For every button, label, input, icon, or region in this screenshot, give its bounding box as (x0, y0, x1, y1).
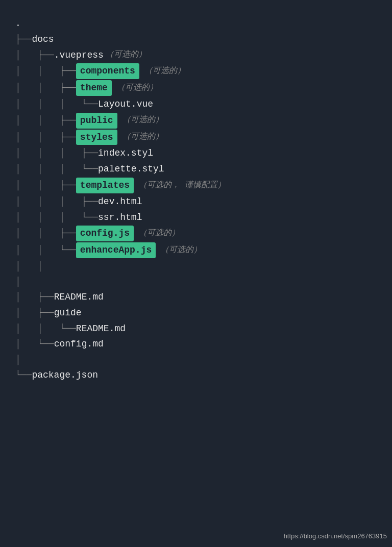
tag-public: public (76, 113, 117, 129)
spacer-3: │ (15, 353, 382, 367)
filename-vuepress: .vuepress (54, 48, 104, 63)
pipe-index-styl: │ │ │ ├── (15, 146, 98, 161)
pipe-docs: ├── (15, 32, 32, 47)
line-guide: │ ├── guide (15, 306, 382, 320)
line-enhance-app-js: │ │ └── enhanceApp.js （可选的） (15, 242, 382, 258)
pipe-spacer-3: │ (15, 353, 21, 367)
tag-enhance-app-js: enhanceApp.js (76, 242, 156, 258)
pipe-guide-readme: │ │ └── (15, 321, 76, 336)
pipe-styles: │ │ ├── (15, 130, 76, 145)
root-dot: . (15, 16, 21, 31)
line-config-js: │ │ ├── config.js （可选的） (15, 226, 382, 241)
line-readme-md: │ ├── README.md (15, 290, 382, 305)
tag-components: components (76, 63, 139, 79)
tag-config-js: config.js (76, 226, 134, 241)
filename-guide: guide (54, 306, 82, 320)
pipe-public: │ │ ├── (15, 113, 76, 128)
optional-config-js: （可选的） (139, 227, 180, 240)
line-ssr-html: │ │ │ └── ssr.html (15, 210, 382, 225)
optional-components: （可选的） (144, 65, 185, 78)
line-package-json: └── package.json (15, 368, 382, 383)
tree-root: . (15, 16, 382, 31)
pipe-dev-html: │ │ │ ├── (15, 194, 98, 209)
pipe-vuepress: │ ├── (15, 48, 54, 63)
tag-templates: templates (76, 178, 134, 193)
pipe-guide: │ ├── (15, 306, 54, 320)
optional-theme: （可选的） (117, 82, 158, 95)
optional-templates: （可选的， 谨慎配置） (139, 179, 226, 192)
pipe-layout-vue: │ │ │ └── (15, 97, 98, 112)
pipe-templates: │ │ ├── (15, 178, 76, 193)
pipe-enhance-app-js: │ │ └── (15, 243, 76, 258)
filename-docs: docs (32, 32, 54, 47)
pipe-config-js: │ │ ├── (15, 226, 76, 241)
file-tree: . ├── docs │ ├── .vuepress （可选的） │ │ ├──… (15, 16, 382, 383)
pipe-spacer-1: │ │ (15, 259, 43, 274)
line-dev-html: │ │ │ ├── dev.html (15, 194, 382, 209)
filename-readme-md: README.md (54, 290, 104, 305)
optional-enhance-app-js: （可选的） (161, 244, 202, 257)
filename-package-json: package.json (32, 368, 98, 383)
line-templates: │ │ ├── templates （可选的， 谨慎配置） (15, 178, 382, 193)
line-config-md: │ └── config.md (15, 337, 382, 352)
spacer-2: │ (15, 275, 382, 289)
filename-palette-styl: palette.styl (98, 162, 164, 177)
pipe-components: │ │ ├── (15, 64, 76, 79)
pipe-spacer-2: │ (15, 275, 21, 289)
line-layout-vue: │ │ │ └── Layout.vue (15, 97, 382, 112)
filename-index-styl: index.styl (98, 146, 153, 161)
optional-public: （可选的） (122, 114, 163, 127)
spacer-1: │ │ (15, 259, 382, 274)
optional-styles: （可选的） (122, 131, 163, 144)
line-guide-readme: │ │ └── README.md (15, 321, 382, 336)
line-vuepress: │ ├── .vuepress （可选的） (15, 48, 382, 63)
tag-theme: theme (76, 80, 112, 96)
line-public: │ │ ├── public （可选的） (15, 113, 382, 129)
pipe-theme: │ │ ├── (15, 81, 76, 95)
line-index-styl: │ │ │ ├── index.styl (15, 146, 382, 161)
line-docs: ├── docs (15, 32, 382, 47)
pipe-palette-styl: │ │ │ └── (15, 162, 98, 177)
tag-styles: styles (76, 130, 117, 145)
pipe-readme-md: │ ├── (15, 290, 54, 305)
pipe-package-json: └── (15, 368, 32, 383)
line-palette-styl: │ │ │ └── palette.styl (15, 162, 382, 177)
filename-layout-vue: Layout.vue (98, 97, 153, 112)
watermark: https://blog.csdn.net/spm26763915 (284, 531, 387, 542)
line-components: │ │ ├── components （可选的） (15, 63, 382, 79)
pipe-config-md: │ └── (15, 337, 54, 352)
filename-dev-html: dev.html (98, 194, 142, 209)
filename-ssr-html: ssr.html (98, 210, 142, 225)
line-styles: │ │ ├── styles （可选的） (15, 130, 382, 145)
filename-config-md: config.md (54, 337, 104, 352)
optional-vuepress: （可选的） (106, 48, 146, 62)
pipe-ssr-html: │ │ │ └── (15, 210, 98, 225)
line-theme: │ │ ├── theme （可选的） (15, 80, 382, 96)
filename-guide-readme: README.md (76, 321, 126, 336)
